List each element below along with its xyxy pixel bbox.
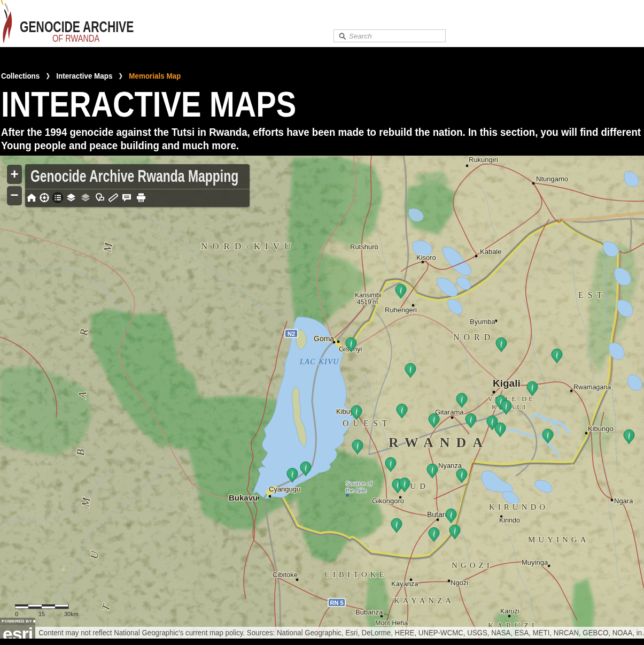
svg-text:CIBITOKE: CIBITOKE	[324, 570, 387, 579]
svg-text:Ngara: Ngara	[614, 497, 633, 505]
svg-text:Muyinga: Muyinga	[522, 558, 548, 566]
svg-text:Byumba: Byumba	[470, 318, 495, 326]
svg-text:Goma: Goma	[314, 334, 334, 343]
svg-text:KAYANZA: KAYANZA	[394, 596, 454, 605]
svg-text:Bukavu: Bukavu	[229, 493, 258, 502]
svg-text:LAC KIVU: LAC KIVU	[299, 358, 339, 366]
svg-text:Cibitoke: Cibitoke	[273, 571, 298, 579]
svg-text:Kayanza: Kayanza	[391, 580, 418, 588]
svg-text:Mont Heha: Mont Heha	[375, 619, 408, 627]
svg-text:Rwamagana: Rwamagana	[573, 383, 611, 391]
svg-text:Nyanza: Nyanza	[438, 462, 462, 470]
svg-text:Kigali: Kigali	[493, 378, 521, 389]
svg-text:Gitarama: Gitarama	[435, 408, 464, 416]
svg-text:Ruhengeri: Ruhengeri	[385, 306, 417, 314]
svg-text:OUEST: OUEST	[343, 419, 392, 428]
svg-text:B: B	[74, 449, 86, 456]
svg-text:Kirindo: Kirindo	[499, 517, 520, 524]
svg-text:NORD-KIVU: NORD-KIVU	[201, 241, 296, 251]
svg-text:RN 5: RN 5	[330, 600, 343, 606]
svg-text:VILLE DE: VILLE DE	[488, 395, 535, 403]
svg-text:NGOZI: NGOZI	[452, 561, 493, 570]
svg-text:MUYINGA: MUYINGA	[528, 535, 589, 544]
svg-text:Rutshuru: Rutshuru	[350, 243, 378, 251]
svg-text:Rukungiri: Rukungiri	[469, 156, 498, 164]
svg-text:Kabale: Kabale	[480, 248, 501, 256]
svg-text:Source of: Source of	[346, 480, 373, 487]
svg-text:Bubanza: Bubanza	[355, 608, 383, 616]
svg-text:the Nile: the Nile	[346, 487, 367, 494]
svg-text:Ntungamo: Ntungamo	[536, 175, 568, 183]
svg-text:Kisoro: Kisoro	[416, 254, 436, 262]
svg-text:Karuzi: Karuzi	[500, 608, 519, 615]
svg-text:Gikongoro: Gikongoro	[372, 497, 404, 505]
svg-text:RWANDA: RWANDA	[389, 435, 489, 450]
svg-text:Ngozi: Ngozi	[451, 579, 468, 587]
svg-text:KIRUNDO: KIRUNDO	[489, 503, 548, 511]
svg-text:R: R	[77, 328, 90, 336]
svg-text:Karisimbi: Karisimbi	[355, 291, 381, 299]
svg-text:NORD: NORD	[453, 333, 494, 342]
svg-text:N2: N2	[288, 331, 295, 337]
svg-text:Cyangugu: Cyangugu	[269, 485, 300, 493]
svg-text:Kibungo: Kibungo	[588, 425, 614, 433]
svg-text:EST: EST	[578, 290, 606, 300]
svg-text:4519 m: 4519 m	[357, 298, 378, 306]
